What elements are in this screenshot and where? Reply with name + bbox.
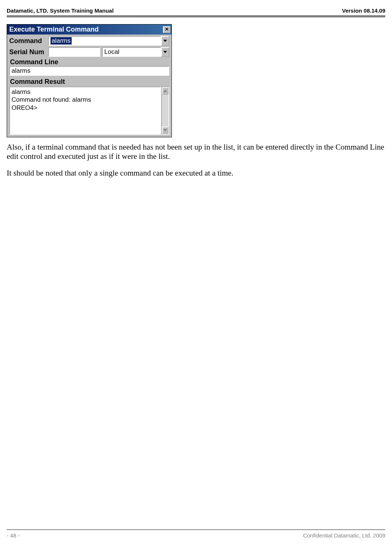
header-right: Version 08.14.09 bbox=[342, 7, 385, 14]
scope-dropdown-button[interactable] bbox=[161, 47, 169, 57]
footer-rule bbox=[7, 529, 385, 530]
command-label: Command bbox=[9, 37, 46, 45]
commandline-value: alarms bbox=[12, 67, 30, 74]
commandline-label: Command Line bbox=[10, 58, 169, 66]
body-paragraph-1: Also, if a terminal command that is need… bbox=[7, 143, 385, 161]
execute-terminal-dialog: Execute Terminal Command ✕ Command alarm… bbox=[7, 24, 172, 137]
dialog-titlebar[interactable]: Execute Terminal Command ✕ bbox=[7, 24, 172, 35]
result-textarea[interactable]: alarms Command not found: alarms OREO4> bbox=[9, 86, 161, 135]
command-value: alarms bbox=[50, 37, 72, 45]
scope-value: Local bbox=[104, 48, 120, 56]
page-number: - 48 - bbox=[7, 532, 20, 539]
dialog-body: Command alarms Serial Num Local bbox=[7, 35, 172, 137]
command-dropdown-button[interactable] bbox=[161, 36, 169, 46]
serial-label: Serial Num bbox=[9, 48, 46, 56]
result-label: Command Result bbox=[10, 78, 169, 86]
command-row: Command alarms bbox=[9, 36, 169, 46]
command-combo[interactable]: alarms bbox=[48, 36, 169, 46]
close-button[interactable]: ✕ bbox=[163, 26, 170, 33]
footer-row: - 48 - Confidential Datamatic, Ltd. 2009 bbox=[7, 532, 385, 539]
scope-combo[interactable]: Local bbox=[102, 47, 169, 57]
page-header: Datamatic, LTD. System Training Manual V… bbox=[7, 7, 385, 14]
confidential-notice: Confidential Datamatic, Ltd. 2009 bbox=[303, 532, 385, 539]
serial-input[interactable] bbox=[48, 47, 100, 57]
result-area: alarms Command not found: alarms OREO4> bbox=[9, 86, 169, 135]
header-left: Datamatic, LTD. System Training Manual bbox=[7, 7, 114, 14]
serial-row: Serial Num Local bbox=[9, 47, 169, 57]
svg-marker-1 bbox=[163, 51, 167, 53]
chevron-up-icon bbox=[163, 90, 167, 92]
chevron-down-icon bbox=[163, 40, 167, 42]
svg-marker-2 bbox=[163, 90, 167, 92]
commandline-input[interactable]: alarms bbox=[9, 66, 169, 76]
scroll-down-button[interactable] bbox=[162, 127, 169, 134]
body-paragraph-2: It should be noted that only a single co… bbox=[7, 169, 385, 178]
scroll-up-button[interactable] bbox=[162, 87, 169, 95]
result-scrollbar[interactable] bbox=[161, 86, 169, 135]
command-input[interactable]: alarms bbox=[48, 36, 161, 46]
dialog-title: Execute Terminal Command bbox=[9, 26, 99, 33]
page-footer: - 48 - Confidential Datamatic, Ltd. 2009 bbox=[7, 529, 385, 539]
svg-marker-3 bbox=[163, 129, 167, 131]
chevron-down-icon bbox=[163, 129, 167, 131]
header-rule bbox=[7, 15, 385, 17]
scope-input[interactable]: Local bbox=[102, 47, 161, 57]
close-icon: ✕ bbox=[165, 26, 169, 32]
svg-marker-0 bbox=[163, 40, 167, 42]
chevron-down-icon bbox=[163, 51, 167, 53]
